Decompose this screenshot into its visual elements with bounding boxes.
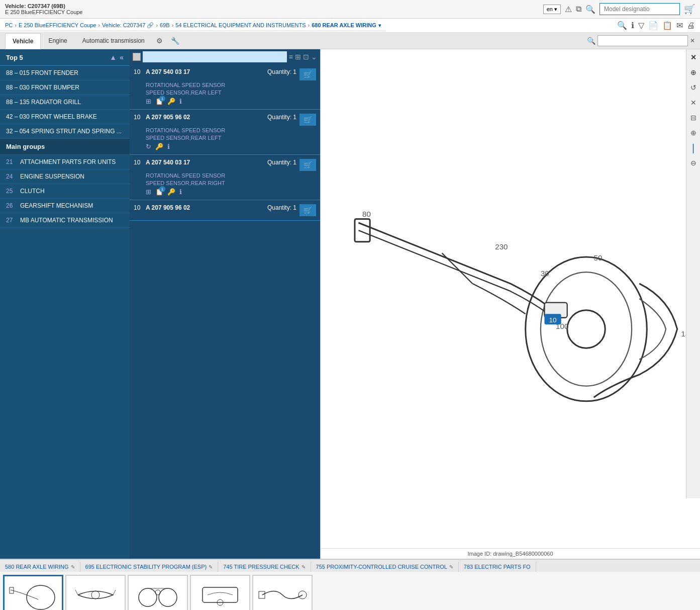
thumb-img-5[interactable] bbox=[252, 575, 313, 610]
sidebar-close-icon[interactable]: « bbox=[120, 53, 124, 61]
model-search-input[interactable] bbox=[599, 3, 680, 15]
sidebar-top-item-4[interactable]: 42 – 030 FRONT WHEEL BRAKE bbox=[0, 110, 130, 124]
sidebar-top-item-5[interactable]: 32 – 054 SPRING STRUT AND SPRING ... bbox=[0, 124, 130, 139]
zoom-in-diagram-icon[interactable]: ⊕ bbox=[687, 127, 699, 139]
part-refresh-icon-2[interactable]: ↻ bbox=[146, 143, 151, 150]
parts-list-expand-icon[interactable]: ⊞ bbox=[295, 53, 301, 61]
part-clipboard-icon-1[interactable]: 📋1 bbox=[155, 98, 163, 105]
sidebar-group-27[interactable]: 27 MB AUTOMATIC TRANSMISSION bbox=[0, 213, 130, 228]
parts-list-search-input[interactable] bbox=[143, 51, 287, 62]
sidebar-collapse-icon[interactable]: ▲ bbox=[110, 53, 117, 61]
tab-tool-icon[interactable]: 🔧 bbox=[167, 33, 183, 49]
thumb-tab-2[interactable]: 695 ELECTRONIC STABILITY PROGRAM (ESP) ✎ bbox=[80, 562, 219, 572]
part-info-icon-1[interactable]: ℹ bbox=[179, 98, 182, 105]
svg-point-16 bbox=[139, 588, 157, 606]
parts-list-checkbox[interactable] bbox=[133, 53, 141, 61]
tab-automatic-transmission[interactable]: Automatic transmission bbox=[75, 33, 152, 49]
thumb-tab-1[interactable]: 580 REAR AXLE WIRING ✎ bbox=[0, 562, 80, 572]
thumb-tab-3[interactable]: 745 TIRE PRESSURE CHECK ✎ bbox=[218, 562, 311, 572]
thumb-svg-1 bbox=[6, 577, 61, 610]
add-to-cart-btn-1[interactable]: 🛒 bbox=[299, 68, 316, 80]
wis-icon[interactable]: 📋 bbox=[662, 21, 672, 30]
thumb-img-1[interactable] bbox=[3, 575, 63, 610]
sidebar-top-item-3[interactable]: 88 – 135 RADIATOR GRILL bbox=[0, 95, 130, 110]
breadcrumb-current[interactable]: 680 REAR AXLE WIRING ▾ bbox=[312, 22, 381, 28]
zoom-in-icon[interactable]: 🔍 bbox=[617, 21, 627, 30]
sidebar: Top 5 ▲ « 88 – 015 FRONT FENDER 88 – 030… bbox=[0, 49, 130, 559]
sidebar-top-item-1[interactable]: 88 – 015 FRONT FENDER bbox=[0, 66, 130, 80]
search-icon[interactable]: 🔍 bbox=[585, 5, 595, 14]
breadcrumb-toolbar: PC › E 250 BlueEFFICIENCY Coupe › Vehicl… bbox=[0, 19, 700, 33]
tab-search-clear[interactable]: ✕ bbox=[690, 37, 695, 44]
part-key-icon-3[interactable]: 🔑 bbox=[167, 188, 175, 196]
parts-list-scroll-down[interactable]: ⌄ bbox=[311, 53, 317, 61]
vehicle-name: E 250 BlueEFFICIENCY Coupe bbox=[5, 9, 82, 15]
breadcrumb: PC › E 250 BlueEFFICIENCY Coupe › Vehicl… bbox=[0, 20, 386, 31]
blue-marker-icon[interactable]: | bbox=[687, 142, 699, 154]
tab-search: 🔍 ✕ bbox=[587, 35, 695, 46]
print-icon[interactable]: 🖨 bbox=[687, 21, 695, 30]
zoom-circle-icon[interactable]: ⊕ bbox=[687, 66, 699, 78]
thumb-tab-5[interactable]: 783 ELECTRIC PARTS FO bbox=[459, 562, 536, 572]
svg-point-13 bbox=[27, 585, 55, 609]
add-to-cart-btn-3[interactable]: 🛒 bbox=[299, 159, 316, 171]
thumb-img-2[interactable] bbox=[65, 575, 126, 610]
part-key-icon-1[interactable]: 🔑 bbox=[167, 98, 175, 105]
history-icon[interactable]: ↺ bbox=[687, 81, 699, 94]
tab-bar: Vehicle Engine Automatic transmission ⚙ … bbox=[0, 33, 700, 49]
add-to-cart-btn-2[interactable]: 🛒 bbox=[299, 114, 316, 126]
close-diagram-icon[interactable]: ✕ bbox=[687, 51, 699, 63]
part-grid-icon-3[interactable]: ⊞ bbox=[146, 188, 151, 196]
tab-engine[interactable]: Engine bbox=[41, 33, 74, 49]
tab-search-icon[interactable]: 🔍 bbox=[587, 37, 595, 45]
warning-icon[interactable]: ⚠ bbox=[565, 5, 572, 14]
breadcrumb-vehicle-id[interactable]: Vehicle: C207347 🔗 bbox=[102, 22, 154, 29]
tab-search-input[interactable] bbox=[597, 35, 688, 46]
breadcrumb-electrical[interactable]: 54 ELECTRICAL EQUIPMENT AND INSTRUMENTS bbox=[175, 22, 306, 28]
diagram-grid-icon[interactable]: ⊟ bbox=[687, 112, 699, 124]
part-info-icon-3[interactable]: ℹ bbox=[179, 188, 182, 196]
tab-vehicle[interactable]: Vehicle bbox=[5, 33, 41, 49]
part-card-1: 10 A 207 540 03 17 Quantity: 1 🛒 ROTATIO… bbox=[130, 64, 320, 110]
svg-point-2 bbox=[567, 310, 606, 348]
breadcrumb-pc[interactable]: PC bbox=[5, 22, 13, 28]
image-container[interactable]: 80 230 30 50 100 10 13 bbox=[321, 49, 700, 548]
cart-icon[interactable]: 🛒 bbox=[684, 4, 695, 15]
sidebar-group-21[interactable]: 21 ATTACHMENT PARTS FOR UNITS bbox=[0, 155, 130, 169]
thumb-img-3[interactable] bbox=[128, 575, 188, 610]
thumb-edit-icon-3[interactable]: ✎ bbox=[302, 564, 306, 570]
info-icon[interactable]: ℹ bbox=[631, 21, 634, 30]
part-grid-icon-1[interactable]: ⊞ bbox=[146, 98, 151, 105]
parts-list-list-icon[interactable]: ≡ bbox=[289, 53, 293, 61]
document-icon[interactable]: 📄 bbox=[648, 21, 658, 30]
part-actions-3: ⊞ 📋1 🔑 ℹ bbox=[146, 188, 316, 196]
thumb-img-4[interactable] bbox=[190, 575, 250, 610]
part-key-icon-2[interactable]: 🔑 bbox=[155, 143, 163, 150]
zoom-out-diagram-icon[interactable]: ⊖ bbox=[687, 157, 699, 169]
breadcrumb-69b[interactable]: 69B bbox=[160, 22, 170, 28]
sidebar-group-26[interactable]: 26 GEARSHIFT MECHANISM bbox=[0, 199, 130, 213]
sidebar-top-item-2[interactable]: 88 – 030 FRONT BUMPER bbox=[0, 80, 130, 95]
mail-icon[interactable]: ✉ bbox=[676, 21, 683, 30]
filter-icon[interactable]: ▽ bbox=[638, 21, 644, 30]
thumb-edit-icon-4[interactable]: ✎ bbox=[449, 564, 453, 570]
part-clipboard-icon-3[interactable]: 📋1 bbox=[155, 188, 163, 196]
copy-icon[interactable]: ⧉ bbox=[576, 5, 581, 14]
thumb-edit-icon-1[interactable]: ✎ bbox=[71, 564, 75, 570]
part-desc-3a: ROTATIONAL SPEED SENSOR bbox=[146, 172, 316, 179]
thumb-edit-icon-2[interactable]: ✎ bbox=[209, 564, 213, 570]
sidebar-group-24[interactable]: 24 ENGINE SUSPENSION bbox=[0, 169, 130, 184]
main-content: Top 5 ▲ « 88 – 015 FRONT FENDER 88 – 030… bbox=[0, 49, 700, 559]
lang-selector[interactable]: en ▾ bbox=[543, 5, 561, 14]
add-to-cart-btn-4[interactable]: 🛒 bbox=[299, 204, 316, 216]
tab-gear-icon[interactable]: ⚙ bbox=[152, 33, 167, 49]
parts-list-header: ≡ ⊞ ⊡ ⌄ bbox=[130, 49, 320, 64]
breadcrumb-dropdown-icon[interactable]: ▾ bbox=[378, 23, 381, 28]
breadcrumb-vehicle-line[interactable]: E 250 BlueEFFICIENCY Coupe bbox=[19, 22, 96, 28]
crosshair-icon[interactable]: ✕ bbox=[687, 97, 699, 109]
thumb-tab-4[interactable]: 755 PROXIMITY-CONTROLLED CRUISE CONTROL … bbox=[311, 562, 459, 572]
header-right: en ▾ ⚠ ⧉ 🔍 🛒 bbox=[543, 3, 695, 15]
parts-list-grid-icon[interactable]: ⊡ bbox=[303, 53, 309, 61]
part-info-icon-2[interactable]: ℹ bbox=[167, 143, 170, 150]
sidebar-group-25[interactable]: 25 CLUTCH bbox=[0, 184, 130, 199]
